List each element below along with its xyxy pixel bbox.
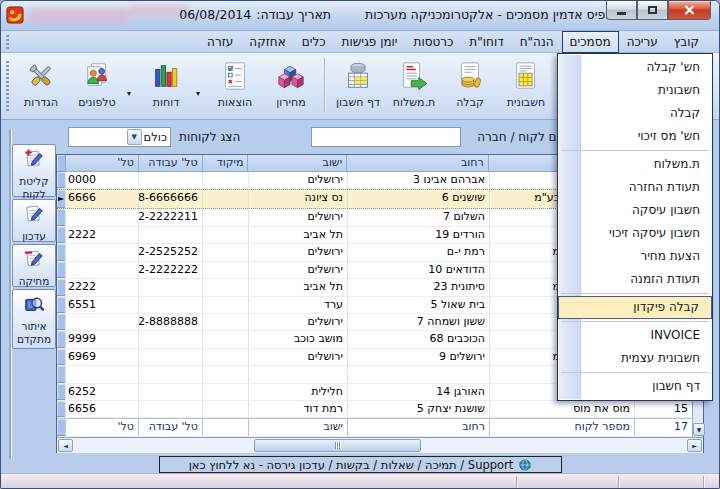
toolbar-button[interactable]: קבלה bbox=[444, 56, 496, 116]
toolbar-dropdown-arrow-icon[interactable]: ▾ bbox=[127, 75, 136, 98]
menu-item[interactable]: חשבונית עצמית bbox=[558, 347, 712, 370]
menubar-item[interactable]: הנה"ח bbox=[512, 31, 562, 53]
cell-zip bbox=[202, 384, 248, 400]
cell-city bbox=[248, 366, 347, 382]
menu-item[interactable]: תעודת הזמנה bbox=[558, 268, 712, 291]
column-header-marker[interactable] bbox=[57, 155, 65, 172]
cell-phone: 2222 bbox=[65, 227, 138, 243]
menu-item[interactable]: קבלה bbox=[558, 102, 712, 125]
work-date-value: 06/08/2014 bbox=[179, 7, 251, 22]
support-text: Support / תמיכה / שאלות / בקשות / עדכון … bbox=[189, 458, 514, 472]
toolbar-button[interactable]: מחירון bbox=[265, 56, 317, 116]
menubar-item[interactable]: עריכה bbox=[619, 31, 666, 53]
minimize-button[interactable] bbox=[606, 1, 637, 20]
table-row[interactable]: טל'טל' עבודהישוברחובמספר לקוח17 bbox=[57, 418, 692, 436]
cell-marker bbox=[57, 419, 65, 435]
cell-zip bbox=[202, 314, 248, 330]
status-divider bbox=[516, 476, 517, 488]
column-header-work_phone[interactable]: טל' עבודה bbox=[138, 155, 202, 172]
menubar-item[interactable]: דוחו"ת bbox=[461, 31, 511, 53]
menubar-grip[interactable] bbox=[6, 35, 9, 49]
sidebar-button-label: עדכון bbox=[22, 230, 46, 243]
maximize-icon bbox=[648, 6, 657, 14]
toolbar-button[interactable]: ת.משלוח bbox=[388, 56, 440, 116]
delivery-icon bbox=[399, 60, 429, 92]
toolbar-button[interactable]: טלפונים bbox=[71, 56, 123, 116]
cell-city: נס ציונה bbox=[248, 190, 347, 208]
customer-search-input[interactable] bbox=[311, 127, 461, 147]
horizontal-scroll-thumb[interactable] bbox=[254, 439, 421, 452]
cell-street: שושנים 6 bbox=[347, 190, 489, 208]
maximize-button[interactable] bbox=[637, 1, 668, 20]
menu-item[interactable]: הצעת מחיר bbox=[558, 245, 712, 268]
cell-marker bbox=[57, 366, 65, 382]
cell-marker bbox=[57, 314, 65, 330]
menu-item[interactable]: תעודת החזרה bbox=[558, 176, 712, 199]
menubar-item[interactable]: מסמכים bbox=[562, 31, 619, 53]
close-icon bbox=[684, 5, 695, 15]
column-header-city[interactable]: ישוב bbox=[247, 155, 346, 172]
menu-item[interactable]: ת.משלוח bbox=[558, 153, 712, 176]
cell-city: ירושלים bbox=[248, 209, 347, 225]
app-window: אופיס אדמין מסמכים - אלקטרומכניקה מערכות… bbox=[0, 0, 720, 489]
sidebar-button-2[interactable]: עדכון bbox=[12, 199, 56, 242]
cell-zip bbox=[202, 331, 248, 347]
toolbar-grip[interactable] bbox=[6, 61, 9, 111]
toolbar-button[interactable]: דף חשבון bbox=[332, 56, 384, 116]
cell-work_phone bbox=[138, 366, 202, 382]
menu-item[interactable]: קבלה פיקדון bbox=[558, 296, 712, 319]
cell-city: ירושלים bbox=[248, 262, 347, 278]
toolbar-separator bbox=[324, 58, 325, 112]
column-header-phone[interactable]: טל' bbox=[65, 155, 138, 172]
menubar-item[interactable]: כלים bbox=[294, 31, 334, 53]
scroll-left-button[interactable]: ◄ bbox=[58, 439, 73, 452]
show-customers-combo[interactable]: כולם ▼ bbox=[68, 127, 171, 147]
toolbar-button-label: דף חשבון bbox=[336, 96, 380, 109]
cell-company: מספר לקוח bbox=[489, 419, 634, 435]
menu-item[interactable]: חש' קבלה bbox=[558, 56, 712, 79]
work-date-label: תאריך עבודה: bbox=[256, 7, 331, 22]
menubar-item[interactable]: יומן פגישות bbox=[334, 31, 406, 53]
edit-icon bbox=[23, 203, 45, 229]
column-header-zip[interactable]: מיקוד bbox=[202, 155, 248, 172]
menubar-item[interactable]: כרטסות bbox=[406, 31, 462, 53]
cell-work_phone bbox=[138, 331, 202, 347]
toolbar-button[interactable]: הוצאות bbox=[209, 56, 261, 116]
sidebar-button-1[interactable]: קליטת לקוח bbox=[12, 144, 56, 197]
support-button[interactable]: Support / תמיכה / שאלות / בקשות / עדכון … bbox=[159, 456, 562, 473]
toolbar-dropdown-arrow-icon[interactable]: ▾ bbox=[196, 75, 205, 98]
menu-item[interactable]: חשבון עיסקה זיכוי bbox=[558, 222, 712, 245]
menu-item[interactable]: דף חשבון bbox=[558, 375, 712, 398]
cell-city: ערד bbox=[248, 297, 347, 313]
scroll-down-button[interactable]: ▼ bbox=[693, 423, 705, 436]
menubar-item[interactable]: עזרה bbox=[199, 31, 241, 53]
menubar-item[interactable]: אחזקה bbox=[241, 31, 293, 53]
minimize-icon bbox=[617, 12, 626, 15]
toolbar-button[interactable]: דוחות bbox=[140, 56, 192, 116]
cell-street: הכוכבים 68 bbox=[347, 331, 489, 347]
scroll-right-button[interactable]: ► bbox=[687, 439, 702, 452]
sidebar-button-4[interactable]: איתור מתקדם bbox=[12, 289, 56, 349]
cell-work_phone: 02-2222211 bbox=[138, 209, 202, 225]
sidebar-button-3[interactable]: מחיקה bbox=[12, 244, 56, 287]
cell-work_phone bbox=[138, 279, 202, 295]
menu-item[interactable]: INVOICE bbox=[558, 324, 712, 347]
toolbar-button[interactable]: חשבונית bbox=[500, 56, 552, 116]
settings-icon bbox=[26, 60, 56, 92]
cell-id: 15 bbox=[634, 401, 692, 417]
cell-company: מוס את מוס bbox=[489, 401, 634, 417]
cell-marker bbox=[57, 384, 65, 400]
combo-dropdown-button[interactable]: ▼ bbox=[127, 129, 142, 145]
cell-zip bbox=[202, 172, 248, 188]
menu-item[interactable]: חש' מס זיכוי bbox=[558, 125, 712, 148]
menubar-item[interactable]: קובץ bbox=[666, 31, 707, 53]
menu-item[interactable]: חשבון עיסקה bbox=[558, 199, 712, 222]
menu-item[interactable]: חשבונית bbox=[558, 79, 712, 102]
table-row[interactable]: 6656רמת דודשושנת יצחק 5מוס את מוס15 bbox=[57, 401, 692, 418]
sidebar-groove bbox=[9, 129, 11, 459]
cell-city: ירושלים bbox=[248, 314, 347, 330]
horizontal-scrollbar[interactable]: ◄ ► bbox=[57, 437, 703, 453]
close-button[interactable] bbox=[668, 1, 711, 20]
column-header-street[interactable]: רחוב bbox=[346, 155, 488, 172]
toolbar-button[interactable]: הגדרות bbox=[15, 56, 67, 116]
